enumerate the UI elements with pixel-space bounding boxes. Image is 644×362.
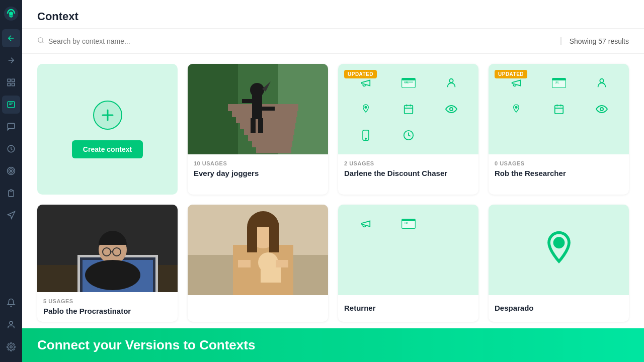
- svg-rect-12: [10, 190, 13, 191]
- svg-rect-2: [8, 79, 10, 81]
- svg-point-14: [10, 346, 13, 348]
- card-body-desparado: Desparado: [489, 295, 629, 319]
- bottom-banner: Connect your Versions to Contexts: [22, 328, 644, 362]
- sidebar-settings-item[interactable]: [2, 338, 20, 356]
- svg-point-24: [450, 108, 453, 111]
- svg-rect-5: [12, 83, 15, 86]
- svg-rect-7: [8, 123, 15, 129]
- svg-text:URL: URL: [404, 222, 409, 225]
- sidebar-chat-item[interactable]: [2, 118, 20, 136]
- megaphone-icon: [360, 77, 371, 88]
- phone-icon: [362, 130, 370, 141]
- joggers-photo-canvas: [188, 64, 328, 154]
- svg-rect-4: [8, 83, 10, 86]
- svg-point-10: [9, 169, 14, 173]
- card-title-everyday-joggers: Every day joggers: [194, 168, 322, 178]
- person-icon-rob: [596, 77, 607, 88]
- card-title-returner: Returner: [344, 303, 472, 313]
- results-count: Showing 57 results: [560, 37, 629, 45]
- sidebar: [0, 0, 22, 362]
- svg-point-1: [9, 12, 13, 16]
- svg-point-34: [600, 108, 603, 111]
- svg-text:URL: URL: [554, 81, 559, 84]
- card-darlene[interactable]: UPDATED URL: [338, 64, 478, 195]
- create-context-button[interactable]: Create context: [72, 140, 143, 158]
- card-everyday-joggers[interactable]: 10 USAGES Every day joggers: [188, 64, 328, 195]
- eye-icon: [445, 105, 457, 114]
- card-photo-everyday-joggers: [188, 64, 328, 154]
- pablo-photo-canvas: [37, 205, 178, 292]
- svg-text:URL: URL: [404, 81, 409, 84]
- card-body-returner: Returner: [338, 295, 478, 319]
- card-mother[interactable]: [188, 205, 328, 322]
- browser-icon: URL: [401, 78, 416, 88]
- card-icon-desparado: [489, 205, 629, 295]
- updated-badge-rob: UPDATED: [495, 70, 527, 78]
- card-usages-pablo: 5 USAGES: [43, 298, 172, 304]
- sidebar-target-item[interactable]: [2, 162, 20, 180]
- card-title-darlene: Darlene the Discount Chaser: [344, 168, 472, 178]
- sidebar-back-button[interactable]: [2, 29, 20, 47]
- card-pablo[interactable]: 5 USAGES Pablo the Procrastinator: [37, 205, 178, 322]
- main-content: Context Showing 57 results Create contex…: [22, 0, 644, 362]
- sidebar-performance-item[interactable]: [2, 140, 20, 158]
- svg-point-21: [449, 79, 453, 82]
- card-usages-everyday-joggers: 10 USAGES: [194, 160, 322, 166]
- clock-icon: [403, 130, 414, 141]
- eye-icon-rob: [596, 105, 608, 114]
- card-title-pablo: Pablo the Procrastinator: [43, 306, 172, 316]
- bottom-banner-text: Connect your Versions to Contexts: [37, 337, 255, 352]
- card-desparado[interactable]: Desparado: [489, 205, 629, 322]
- sidebar-forward-button[interactable]: [2, 51, 20, 69]
- sidebar-campaigns-item[interactable]: [2, 206, 20, 224]
- search-bar: Showing 57 results: [22, 29, 644, 54]
- svg-point-22: [365, 106, 367, 108]
- search-icon: [37, 37, 44, 45]
- app-logo[interactable]: [4, 6, 19, 21]
- sidebar-notifications-item[interactable]: [2, 294, 20, 312]
- card-returner[interactable]: URL Returner: [338, 205, 478, 322]
- svg-rect-29: [552, 78, 566, 80]
- card-rob[interactable]: UPDATED URL: [489, 64, 629, 195]
- page-title: Context: [37, 10, 629, 23]
- calendar-icon: [403, 104, 414, 115]
- sidebar-bottom-section: [2, 294, 20, 356]
- card-usages-darlene: 2 USAGES: [344, 160, 472, 166]
- location-icon-rob: [512, 104, 521, 115]
- card-usages-rob: 0 USAGES: [495, 160, 623, 166]
- sidebar-context-item[interactable]: [2, 96, 20, 114]
- megaphone-icon-returner: [360, 218, 371, 229]
- svg-point-38: [554, 238, 563, 247]
- svg-rect-36: [401, 219, 415, 221]
- svg-point-15: [38, 38, 43, 42]
- calendar-icon-rob: [553, 104, 565, 115]
- updated-badge-darlene: UPDATED: [344, 70, 377, 78]
- browser-icon-rob: URL: [552, 78, 566, 88]
- card-body-everyday-joggers: 10 USAGES Every day joggers: [188, 154, 328, 185]
- svg-point-31: [600, 79, 603, 82]
- create-context-card[interactable]: Create context: [37, 64, 178, 195]
- svg-rect-3: [12, 79, 15, 81]
- svg-rect-33: [554, 106, 563, 114]
- sidebar-profile-item[interactable]: [2, 316, 20, 334]
- browser-icon-returner: URL: [401, 219, 416, 229]
- search-input[interactable]: [48, 37, 199, 45]
- svg-point-11: [11, 170, 12, 172]
- card-body-mother: [188, 295, 328, 309]
- svg-point-32: [515, 106, 517, 108]
- card-body-rob: 0 USAGES Rob the Researcher: [489, 154, 629, 185]
- card-title-desparado: Desparado: [495, 303, 623, 313]
- svg-rect-18: [401, 78, 415, 80]
- location-icon: [361, 104, 370, 115]
- search-input-wrap: [37, 37, 560, 45]
- megaphone-icon-rob: [511, 77, 522, 88]
- svg-point-26: [365, 138, 366, 140]
- svg-rect-23: [404, 106, 413, 114]
- mother-photo-canvas: [188, 205, 328, 295]
- card-icon-grid-returner: URL: [338, 205, 478, 295]
- person-icon: [446, 77, 457, 88]
- card-photo-mother: [188, 205, 328, 295]
- sidebar-reports-item[interactable]: [2, 184, 20, 202]
- card-photo-pablo: [37, 205, 178, 292]
- sidebar-analytics-item[interactable]: [2, 73, 20, 92]
